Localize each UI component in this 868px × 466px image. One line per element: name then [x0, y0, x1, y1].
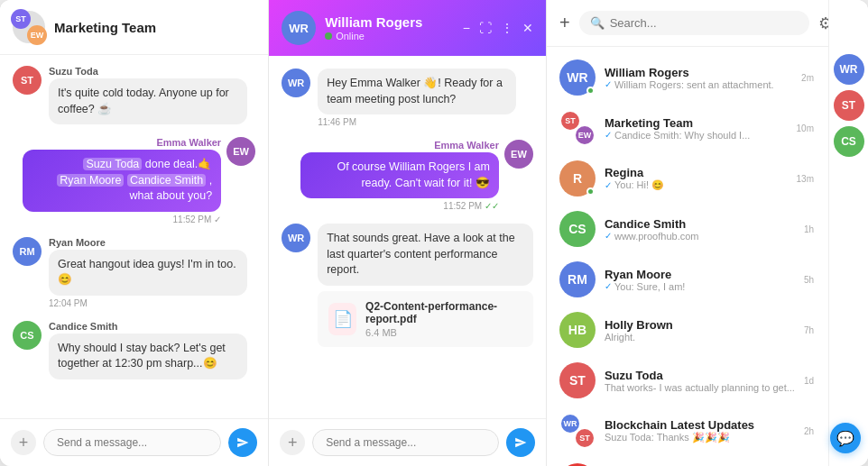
checkmark-icon: ✓	[605, 130, 612, 140]
group-avatar-2: EW	[27, 25, 47, 45]
contact-details: Candice Smith ✓www.proofhub.com	[605, 217, 795, 242]
checkmark-icon: ✓	[605, 180, 612, 190]
sidebar-avatar[interactable]: WR	[834, 54, 864, 85]
message-input[interactable]	[43, 429, 221, 456]
contact-details: Regina ✓You: Hi! 😊	[605, 166, 788, 191]
contact-name: William Rogers	[605, 66, 792, 79]
contact-name: Blockchain Latest Updates	[605, 418, 795, 432]
contact-avatar: R	[559, 160, 596, 196]
minimize-button[interactable]: −	[463, 21, 470, 35]
message-bubble: Hey Emma Walker 👋! Ready for a team meet…	[318, 69, 516, 114]
contact-details: Holly Brown Alright.	[605, 318, 795, 343]
group-avatar-1: ST	[11, 9, 31, 29]
expand-button[interactable]: ⛶	[479, 21, 492, 35]
checkmark-icon: ✓	[605, 231, 612, 241]
avatar: EW	[504, 140, 533, 169]
send-button-middle[interactable]	[506, 428, 535, 457]
contact-item[interactable]: WR William Rogers ✓William Rogers: sent …	[547, 52, 826, 103]
header-actions: − ⛶ ⋮ ✕	[463, 21, 533, 35]
contact-item[interactable]: HB Holly Brown Alright. 7h	[547, 305, 826, 355]
status-dot	[586, 87, 595, 95]
message-content: That sounds great. Have a look at the la…	[318, 224, 533, 347]
message-bubble: Great hangout idea guys! I'm in too.😊	[49, 250, 247, 296]
chat-fab-button[interactable]: 💬	[830, 423, 861, 453]
contact-name: Regina	[605, 166, 788, 179]
middle-messages-list: WR Hey Emma Walker 👋! Ready for a team m…	[269, 56, 546, 418]
avatar: CS	[13, 321, 42, 350]
contact-name: Marketing Team	[605, 116, 788, 130]
contact-time: 7h	[804, 325, 814, 335]
message-row-right: Emma Walker Suzu Toda done deal.🤙 Ryan M…	[13, 137, 255, 224]
contact-preview: That works- I was actually planning to g…	[605, 382, 795, 393]
contact-item[interactable]: CS Candice Smith ✓www.proofhub.com 1h	[547, 204, 826, 254]
contact-details: Suzu Toda That works- I was actually pla…	[605, 369, 795, 393]
app-container: ST EW Marketing Team ST Suzu Toda It's q…	[0, 0, 868, 466]
message-content: Ryan Moore Great hangout idea guys! I'm …	[49, 237, 247, 308]
group-av2: EW	[574, 124, 596, 146]
add-attachment-button[interactable]: +	[11, 430, 36, 455]
message-row-right: Emma Walker Of course William Rogers I a…	[282, 140, 533, 211]
contact-time: 2h	[804, 426, 814, 436]
sidebar-avatar[interactable]: ST	[834, 90, 864, 121]
contact-item[interactable]: RM Ryan Moore ✓You: Sure, I am! 5h	[547, 254, 826, 305]
left-header: ST EW Marketing Team	[0, 0, 268, 55]
close-button[interactable]: ✕	[522, 21, 533, 35]
message-bubble: It's quite cold today. Anyone up for cof…	[49, 78, 247, 124]
group-av2: ST	[574, 427, 596, 449]
contact-preview: ✓Candice Smith: Why should I...	[605, 130, 788, 141]
send-button[interactable]	[228, 428, 257, 457]
contacts-list: WR William Rogers ✓William Rogers: sent …	[547, 47, 868, 466]
contact-item[interactable]: ST EW Marketing Team ✓Candice Smith: Why…	[547, 103, 826, 153]
message-row: CS Candice Smith Why should I stay back?…	[13, 321, 255, 379]
contact-avatar: HB	[559, 312, 596, 348]
avatar: ST	[13, 66, 42, 95]
contact-item[interactable]: R Regina ✓You: Hi! 😊 13m	[547, 153, 826, 204]
contact-name: William Rogers	[325, 14, 463, 30]
more-button[interactable]: ⋮	[501, 21, 513, 35]
contact-time: 13m	[797, 174, 814, 184]
left-panel: ST EW Marketing Team ST Suzu Toda It's q…	[0, 0, 269, 466]
message-input-middle[interactable]	[312, 429, 499, 456]
message-time: 12:04 PM	[49, 298, 247, 308]
message-content: Emma Walker Of course William Rogers I a…	[300, 140, 499, 211]
contact-item[interactable]: ST Suzu Toda That works- I was actually …	[547, 355, 826, 406]
contact-preview: ✓www.proofhub.com	[605, 231, 795, 242]
avatar: WR	[282, 69, 310, 97]
file-icon: 📄	[328, 303, 356, 335]
left-panel-title: Marketing Team	[54, 20, 156, 35]
message-bubble: Suzu Toda done deal.🤙 Ryan Moore Candice…	[23, 150, 221, 212]
contact-item[interactable]: WR ST Blockchain Latest Updates Suzu Tod…	[547, 406, 826, 456]
message-sender: Emma Walker	[300, 140, 499, 151]
contact-details: Ryan Moore ✓You: Sure, I am!	[605, 268, 795, 292]
contact-time: 5h	[804, 275, 814, 285]
message-row: ST Suzu Toda It's quite cold today. Anyo…	[13, 66, 255, 124]
search-icon: 🔍	[590, 16, 605, 30]
add-attachment-button-middle[interactable]: +	[280, 430, 305, 455]
contact-name: Candice Smith	[605, 217, 795, 231]
group-avatar: ST EW	[13, 11, 45, 43]
contact-avatar: WR	[282, 11, 316, 45]
contact-avatar: RM	[559, 261, 596, 297]
right-bubble-wrapper: Emma Walker Suzu Toda done deal.🤙 Ryan M…	[23, 137, 255, 224]
contact-details: William Rogers ✓William Rogers: sent an …	[605, 66, 792, 90]
right-sidebar-avatars: WR ST CS 💬	[828, 0, 868, 466]
status-dot	[586, 187, 595, 196]
contact-name: Holly Brown	[605, 318, 795, 332]
contact-preview: ✓William Rogers: sent an attachment.	[605, 79, 792, 90]
contact-item[interactable]: NL Nicolas Lopez lol 😎😎 1w	[547, 456, 826, 466]
middle-header: WR William Rogers Online − ⛶ ⋮ ✕	[269, 0, 546, 56]
message-content: Emma Walker Suzu Toda done deal.🤙 Ryan M…	[23, 137, 221, 224]
right-header: + 🔍 ⚙ ✕	[547, 0, 868, 47]
compose-button[interactable]: +	[559, 13, 570, 33]
file-attachment[interactable]: 📄 Q2-Content-performance-report.pdf 6.4 …	[318, 291, 533, 347]
message-bubble: That sounds great. Have a look at the la…	[318, 224, 533, 286]
search-input[interactable]	[610, 16, 799, 30]
contact-time: 1h	[804, 224, 814, 234]
contact-time: 1d	[804, 376, 814, 386]
message-row: RM Ryan Moore Great hangout idea guys! I…	[13, 237, 255, 308]
online-status: Online	[325, 31, 463, 41]
message-sender: Emma Walker	[23, 137, 221, 148]
message-sender: Ryan Moore	[49, 237, 247, 248]
right-panel: + 🔍 ⚙ ✕ WR William Rogers ✓William Roger…	[547, 0, 868, 466]
sidebar-avatar[interactable]: CS	[834, 126, 864, 157]
